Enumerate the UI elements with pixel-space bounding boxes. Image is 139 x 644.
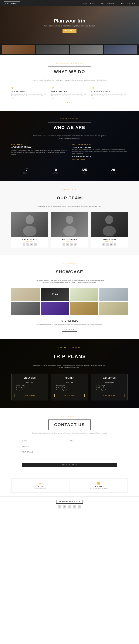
lets-go-button[interactable]: LET'S GO <box>62 328 77 332</box>
web-marketing-title: WEB MARKETING <box>51 91 88 92</box>
stat-trips: 125 TRIPS <box>70 168 98 174</box>
hero-thumbnails <box>0 44 139 55</box>
why-choose-col: WHY CHOOSE US? VERY NICE PACKAGE Adventu… <box>72 144 128 160</box>
nav-contact[interactable]: CONTACT <box>127 2 135 4</box>
trip-title-border: TRIP PLANS <box>47 351 92 362</box>
showcase-title: SHOWCASE <box>56 270 83 274</box>
our-team-section: DREAM TEAM OUR TEAM Duis quis arcu nisi.… <box>0 181 139 255</box>
showcase-tag: OUR PROJECTS <box>11 263 128 264</box>
tourer-button[interactable]: CHOOSE PLAN <box>54 394 85 397</box>
nav-showcase[interactable]: SHOWCASE <box>106 2 116 4</box>
george-twitter[interactable]: t <box>26 243 29 246</box>
gallery-item-6[interactable] <box>40 302 69 315</box>
footer-linkedin[interactable]: in <box>73 505 76 508</box>
johnny-twitter[interactable]: t <box>106 243 109 246</box>
footer-twitter[interactable]: t <box>63 505 66 508</box>
svg-point-0 <box>26 215 34 224</box>
trip-content: UNIQUE ADVENTURE TRIP PLANS Duis quis ar… <box>11 347 128 400</box>
gallery-item-5[interactable] <box>11 302 40 315</box>
hero-button[interactable]: EXPLORE <box>62 29 76 33</box>
gallery-item-3[interactable] <box>70 288 98 301</box>
team-photo-johnny <box>91 212 128 237</box>
kitty-role: DESIGNER <box>53 240 86 242</box>
phone-label: PHONES <box>73 486 125 488</box>
special-award: SPECIAL AWARD <box>72 159 128 160</box>
team-title: OUR TEAM <box>57 196 82 200</box>
name-input[interactable] <box>22 439 69 443</box>
thumb-3[interactable] <box>70 45 103 54</box>
nav-plans[interactable]: PLANS <box>118 2 124 4</box>
villager-name: Villager <box>14 377 45 379</box>
gallery-item-7[interactable] <box>70 302 98 315</box>
message-textarea[interactable] <box>22 450 117 460</box>
feature-exploring: ⊞ EXPLORING PLACES Fusce quis arcu nisi.… <box>92 86 128 99</box>
villager-feature-2: Custom Drives <box>14 387 45 389</box>
trip-plans-section: UNIQUE ADVENTURE TRIP PLANS Duis quis ar… <box>0 339 139 408</box>
who-we-are-tag: CUSTOM TRAVEL <box>11 118 128 120</box>
george-gplus[interactable]: g+ <box>30 243 33 246</box>
explorer-button[interactable]: CHOOSE PLAN <box>94 394 124 397</box>
interested-title: INTERESTED? <box>11 320 128 322</box>
george-name: George Chan <box>13 239 46 240</box>
explorer-price-value: $1,400 <box>105 381 110 383</box>
web-marketing-text: Fusce quis arcu nisi. Ut accumsan augue,… <box>51 93 88 99</box>
our-story-title: ADVENTURE STUDIO <box>11 146 67 148</box>
footer-youtube[interactable]: ▶ <box>78 505 81 508</box>
kitty-facebook[interactable]: f <box>62 243 65 246</box>
features-list: ✈ TRIP PLANNING Fusce quis arcu nisi. Ut… <box>11 86 128 99</box>
kitty-linkedin[interactable]: in <box>74 243 76 246</box>
gallery-item-1[interactable] <box>11 288 40 301</box>
george-linkedin[interactable]: in <box>34 243 37 246</box>
team-header: DREAM TEAM OUR TEAM Duis quis arcu nisi.… <box>11 189 128 208</box>
kitty-twitter[interactable]: t <box>66 243 69 246</box>
why-item-quality-title: HIGH QUALITY TEAM <box>72 156 128 158</box>
nav-about[interactable]: ABOUT <box>90 2 96 4</box>
johnny-facebook[interactable]: f <box>102 243 105 246</box>
submit-button[interactable]: SEND MESSAGE <box>22 463 117 467</box>
footer-facebook[interactable]: f <box>58 505 62 508</box>
footer-logo[interactable]: ADVENTURE STUDIO <box>56 500 83 504</box>
nav-logo[interactable]: ADVENTURE <box>4 2 20 5</box>
johnny-linkedin[interactable]: in <box>114 243 116 246</box>
interested-text: Lorem ipsum dolor sit amet. Curabitur so… <box>11 323 128 326</box>
team-card-kitty: Kitty Sandar DESIGNER f t g+ in <box>51 212 88 248</box>
george-facebook[interactable]: f <box>23 243 25 246</box>
george-socials: f t g+ in <box>13 243 46 246</box>
stat-awards: 10 AWARDS <box>40 168 70 174</box>
villager-button[interactable]: CHOOSE PLAN <box>14 394 45 397</box>
gallery-item-4[interactable] <box>99 288 128 301</box>
phone-icon: ☎ <box>73 482 125 485</box>
team-title-border: OUR TEAM <box>51 193 88 203</box>
showcase-title-border: SHOWCASE <box>50 267 89 277</box>
why-item-quality: HIGH QUALITY TEAM <box>72 156 128 158</box>
exploring-icon: ⊞ <box>92 86 128 90</box>
johnny-gplus[interactable]: g+ <box>110 243 112 246</box>
kitty-gplus[interactable]: g+ <box>70 243 73 246</box>
explorer-feature-1: 10 days 7 nights <box>94 385 124 387</box>
email-icon: ✉ <box>14 482 66 485</box>
gallery-item-8[interactable] <box>99 302 128 315</box>
george-role: FOUNDER <box>13 240 46 242</box>
stat-plans: 20 PLANS <box>98 168 128 174</box>
who-we-are-section: CUSTOM TRAVEL WHO WE ARE Duis quis arcu … <box>0 111 139 181</box>
dot-3[interactable] <box>71 102 72 103</box>
svg-point-2 <box>66 216 73 224</box>
nav-team[interactable]: TEAM <box>99 2 104 4</box>
dot-1[interactable] <box>67 102 68 103</box>
svg-point-1 <box>23 226 36 236</box>
footer-gplus[interactable]: g+ <box>68 505 71 508</box>
why-item-package-text: Adventure is how functional theme for tr… <box>72 148 128 154</box>
team-tag: DREAM TEAM <box>11 189 128 190</box>
who-we-are-title: WHO WE ARE <box>54 125 85 130</box>
gallery-item-2[interactable]: 13:00 <box>40 288 69 301</box>
who-we-are-desc: Duis quis arcu nisi. Ut accumsan id temp… <box>32 135 107 140</box>
email-input[interactable] <box>70 439 117 443</box>
nav-home[interactable]: HOME <box>83 2 88 4</box>
stat-tours: 17 TOURS <box>11 168 40 174</box>
thumb-4[interactable] <box>104 45 137 54</box>
who-cols: OUR STORY ADVENTURE STUDIO Adventure is … <box>11 144 128 160</box>
dot-2[interactable] <box>69 102 70 103</box>
thumb-2[interactable] <box>36 45 69 54</box>
subject-input[interactable] <box>22 445 117 449</box>
thumb-1[interactable] <box>2 45 35 54</box>
